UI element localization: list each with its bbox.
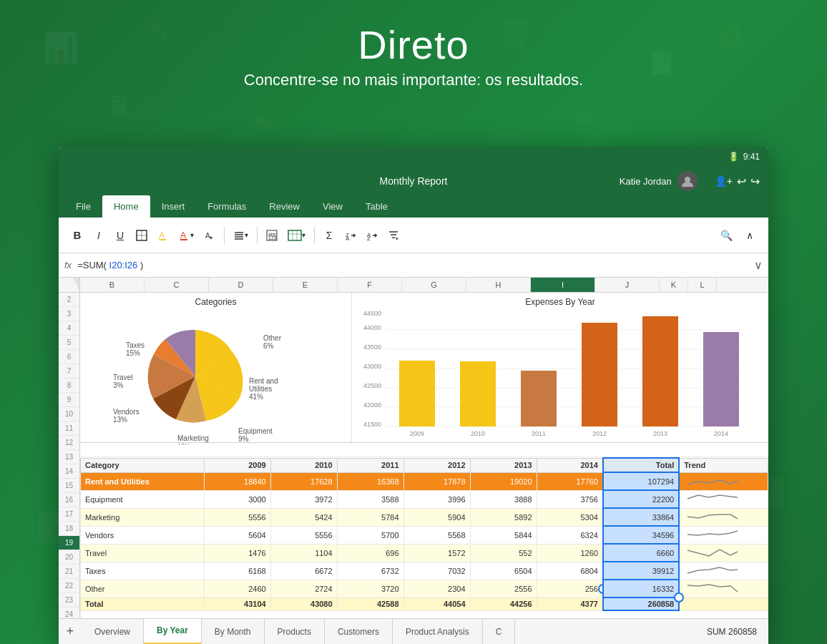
- cell-2013[interactable]: 5892: [470, 508, 537, 526]
- col-header-d[interactable]: D: [209, 278, 273, 292]
- cell-trend[interactable]: [679, 562, 768, 580]
- cell-cat[interactable]: Travel: [81, 544, 205, 562]
- cell-2009-total[interactable]: 43104: [204, 597, 270, 610]
- cell-2010[interactable]: 2724: [270, 580, 337, 597]
- cell-2013[interactable]: 19020: [470, 472, 537, 490]
- add-user-icon[interactable]: 👤+: [715, 175, 733, 187]
- tab-file[interactable]: File: [64, 195, 102, 218]
- tab-review[interactable]: Review: [258, 195, 311, 218]
- tab-overview[interactable]: Overview: [82, 619, 144, 645]
- cell-trend[interactable]: [679, 472, 768, 490]
- tab-insert[interactable]: Insert: [150, 195, 197, 218]
- tab-home[interactable]: Home: [102, 195, 150, 218]
- col-header-k[interactable]: K: [660, 278, 688, 292]
- cell-total[interactable]: 107294: [603, 472, 679, 490]
- cell-2010[interactable]: 3972: [270, 490, 337, 508]
- col-header-l[interactable]: L: [688, 278, 717, 292]
- font-size-button[interactable]: A▾: [200, 225, 220, 245]
- tab-by-month[interactable]: By Month: [202, 619, 265, 645]
- fill-color-button[interactable]: A: [153, 225, 173, 245]
- cell-trend[interactable]: [679, 580, 768, 597]
- col-header-g[interactable]: G: [402, 278, 466, 292]
- cell-cat[interactable]: Marketing: [81, 508, 205, 526]
- cell-2010[interactable]: 5556: [270, 526, 337, 544]
- cell-2014[interactable]: 5304: [537, 508, 603, 526]
- cell-2013[interactable]: 6504: [470, 562, 537, 580]
- collapse-button[interactable]: ∧: [740, 225, 760, 245]
- cell-2011[interactable]: 3588: [337, 490, 403, 508]
- cell-2013[interactable]: 5844: [470, 526, 537, 544]
- sort-az-button[interactable]: ZA: [341, 225, 361, 245]
- cell-2012[interactable]: 1572: [403, 544, 470, 562]
- tab-products[interactable]: Products: [265, 619, 325, 645]
- font-color-button[interactable]: A ▾: [175, 225, 198, 245]
- tab-c[interactable]: C: [483, 619, 516, 645]
- cell-total[interactable]: 6660: [603, 544, 679, 562]
- cell-2014[interactable]: 17760: [537, 472, 603, 490]
- cell-2013-total[interactable]: 44256: [470, 597, 537, 610]
- cell-2009[interactable]: 3000: [204, 490, 270, 508]
- cell-2012[interactable]: 7032: [403, 562, 470, 580]
- cell-2014[interactable]: 256: [537, 580, 603, 597]
- formula-content[interactable]: =SUM( I20:I26 ): [77, 260, 748, 270]
- cell-2009[interactable]: 5556: [204, 508, 270, 526]
- tab-table[interactable]: Table: [354, 195, 399, 218]
- cell-2014[interactable]: 6804: [537, 562, 603, 580]
- cell-2011[interactable]: 16368: [337, 472, 403, 490]
- cell-2011-total[interactable]: 42588: [337, 597, 403, 610]
- col-header-h[interactable]: H: [466, 278, 531, 292]
- cell-trend-total[interactable]: [679, 597, 768, 610]
- cell-cat[interactable]: Vendors: [81, 526, 205, 544]
- cell-2010[interactable]: 6672: [270, 562, 337, 580]
- redo-icon[interactable]: ↪: [750, 175, 760, 188]
- cell-2011[interactable]: 3720: [337, 580, 403, 597]
- cell-2012[interactable]: 5568: [403, 526, 470, 544]
- cell-2010[interactable]: 17628: [270, 472, 337, 490]
- tab-formulas[interactable]: Formulas: [196, 195, 258, 218]
- cell-total[interactable]: 34596: [603, 526, 679, 544]
- cell-2009[interactable]: 1476: [204, 544, 270, 562]
- cell-grand-total[interactable]: 260858: [603, 597, 679, 610]
- cell-2014[interactable]: 6324: [537, 526, 603, 544]
- formula-expand-button[interactable]: ∨: [754, 258, 763, 272]
- cell-total[interactable]: 33864: [603, 508, 679, 526]
- cell-total[interactable]: 16332: [603, 580, 679, 597]
- cell-2012-total[interactable]: 44054: [403, 597, 470, 610]
- cell-2012[interactable]: 17878: [403, 472, 470, 490]
- cell-total[interactable]: 39912: [603, 562, 679, 580]
- cell-2013[interactable]: 3888: [470, 490, 537, 508]
- tab-customers[interactable]: Customers: [325, 619, 393, 645]
- col-header-b[interactable]: B: [80, 278, 145, 292]
- table-button[interactable]: ▾: [283, 225, 310, 245]
- search-button[interactable]: 🔍: [716, 225, 737, 245]
- cell-2009[interactable]: 18840: [204, 472, 270, 490]
- sum-button[interactable]: Σ: [319, 225, 339, 245]
- cell-2014-total[interactable]: 4377: [537, 597, 603, 610]
- cell-cat[interactable]: Other: [81, 580, 205, 597]
- col-header-c[interactable]: C: [145, 278, 209, 292]
- tab-product-analysis[interactable]: Product Analysis: [393, 619, 483, 645]
- cell-2011[interactable]: 5784: [337, 508, 403, 526]
- cell-cat[interactable]: Equipment: [81, 490, 205, 508]
- add-sheet-button[interactable]: +: [59, 619, 82, 645]
- borders-button[interactable]: [132, 225, 152, 245]
- cell-2011[interactable]: 6732: [337, 562, 403, 580]
- cell-2011[interactable]: 5700: [337, 526, 403, 544]
- cell-total[interactable]: 22200: [603, 490, 679, 508]
- cell-2009[interactable]: 5604: [204, 526, 270, 544]
- cell-2011[interactable]: 696: [337, 544, 403, 562]
- cell-2012[interactable]: 5904: [403, 508, 470, 526]
- cell-2010[interactable]: 5424: [270, 508, 337, 526]
- bold-button[interactable]: B: [67, 225, 87, 245]
- cell-cat[interactable]: Rent and Utilities: [81, 472, 205, 490]
- filter-button[interactable]: ▾: [383, 225, 403, 245]
- sort-za-button[interactable]: AZ: [362, 225, 382, 245]
- cell-trend[interactable]: [679, 490, 768, 508]
- italic-button[interactable]: I: [89, 225, 109, 245]
- cell-trend[interactable]: [679, 526, 768, 544]
- cell-cat[interactable]: Taxes: [81, 562, 205, 580]
- wrap-button[interactable]: abc123: [262, 225, 282, 245]
- tab-by-year[interactable]: By Year: [144, 619, 202, 645]
- cell-2010[interactable]: 1104: [270, 544, 337, 562]
- cell-trend[interactable]: [679, 544, 768, 562]
